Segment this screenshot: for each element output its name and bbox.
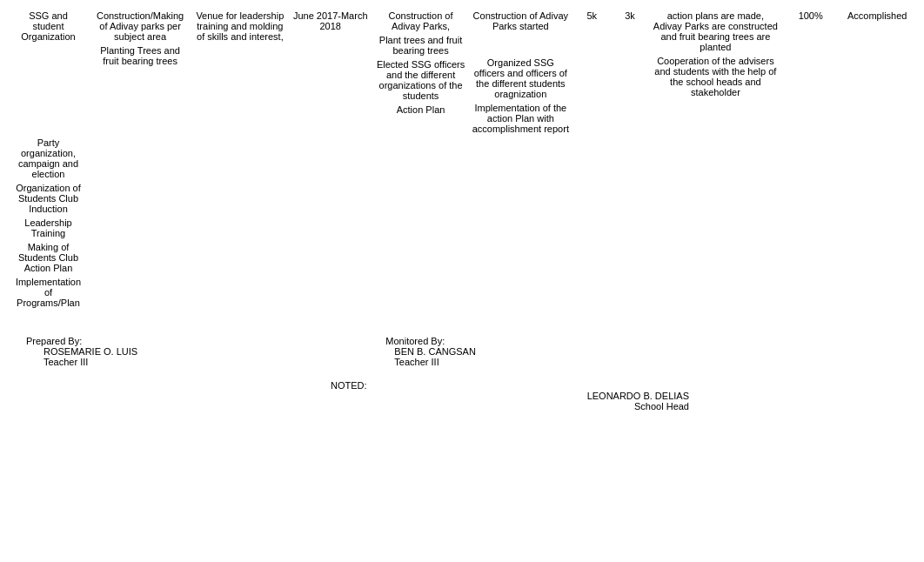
noted-section: NOTED: LEONARDO B. DELIAS School Head (26, 380, 828, 411)
footer-section: Prepared By: ROSEMARIE O. LUIS Teacher I… (9, 336, 915, 411)
noted-name: LEONARDO B. DELIAS (587, 391, 689, 401)
col4-date: June 2017-March 2018 (291, 10, 370, 31)
activity-party: Party organization, campaign and electio… (12, 137, 84, 179)
col6-cell: Construction of Adivay Parks started Org… (468, 9, 572, 136)
col5-cell: Construction of Adivay Parks, Plant tree… (373, 9, 468, 136)
col7-value: 5k (586, 10, 597, 21)
prepared-name: ROSEMARIE O. LUIS (44, 346, 137, 357)
col1-cell: SSG and student Organization (9, 9, 88, 136)
monitored-block: Monitored By: BEN B. CANGSAN Teacher III (385, 336, 476, 367)
prepared-label: Prepared By: (26, 336, 82, 346)
main-table-container: SSG and student Organization Constructio… (9, 9, 915, 310)
col5-item3: Elected SSG officers and the different o… (377, 59, 465, 101)
col2-item2: Planting Trees and fruit bearing trees (91, 45, 189, 66)
table-row-activities: Party organization, campaign and electio… (9, 136, 915, 310)
col11-cell: Accomplished (839, 9, 915, 136)
monitored-label: Monitored By: (385, 336, 445, 346)
col6-item1: Construction of Adivay Parks started (472, 10, 569, 31)
col1-activities-cell: Party organization, campaign and electio… (9, 136, 88, 310)
col3-content: Venue for leadership training and moldin… (196, 10, 284, 42)
col1-main: SSG and student Organization (12, 10, 84, 42)
main-table: SSG and student Organization Constructio… (9, 9, 915, 310)
col4-cell: June 2017-March 2018 (288, 9, 373, 136)
empty-cell (88, 136, 915, 310)
activity-leadership: Leadership Training (12, 217, 84, 238)
col5-item1: Construction of Adivay Parks, (377, 10, 465, 31)
col9-item1: action plans are made, Adivay Parks are … (653, 10, 779, 52)
activity-implementation: Implementation of Programs/Plan (12, 277, 84, 308)
monitored-title: Teacher III (394, 357, 439, 367)
col7-cell: 5k (572, 9, 611, 136)
activity-making: Making of Students Club Action Plan (12, 242, 84, 273)
prepared-title: Teacher III (44, 357, 88, 367)
col8-cell: 3k (611, 9, 649, 136)
col8-value: 3k (625, 10, 635, 21)
col6-item2: Organized SSG officers and officers of t… (472, 57, 569, 99)
table-row: SSG and student Organization Constructio… (9, 9, 915, 136)
col10-cell: 100% (782, 9, 840, 136)
col11-value: Accomplished (847, 10, 907, 21)
col10-value: 100% (799, 10, 823, 21)
col9-item2: Cooperation of the advisers and students… (653, 56, 779, 97)
monitored-name: BEN B. CANGSAN (394, 346, 476, 357)
col2-item1: Construction/Making of Adivay parks per … (91, 10, 189, 42)
col3-cell: Venue for leadership training and moldin… (192, 9, 287, 136)
col6-item3: Implementation of the action Plan with a… (472, 103, 569, 134)
noted-label: NOTED: (331, 380, 367, 391)
prepared-block: Prepared By: ROSEMARIE O. LUIS Teacher I… (26, 336, 137, 367)
col2-cell: Construction/Making of Adivay parks per … (88, 9, 192, 136)
col5-item4: Action Plan (397, 104, 445, 115)
activity-org: Organization of Students Club Induction (12, 183, 84, 214)
col5-item2: Plant trees and fruit bearing trees (377, 35, 465, 56)
footer-row: Prepared By: ROSEMARIE O. LUIS Teacher I… (26, 336, 898, 367)
col9-cell: action plans are made, Adivay Parks are … (649, 9, 782, 136)
noted-title: School Head (634, 401, 689, 411)
